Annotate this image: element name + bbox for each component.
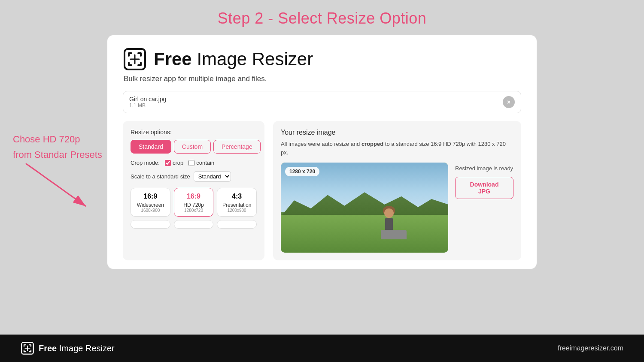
footer-logo-text: Free Image Resizer xyxy=(39,344,115,353)
tile-widescreen-ratio: 16:9 xyxy=(134,193,167,200)
footer-logo-icon xyxy=(21,341,34,355)
file-name: Girl on car.jpg xyxy=(129,96,166,103)
resize-options-label: Resize options: xyxy=(131,129,257,136)
tile-hd720p[interactable]: 16:9 HD 720p 1280x720 xyxy=(174,188,214,217)
tile-hd720p-name: HD 720p xyxy=(177,202,211,208)
tile-row2-col2[interactable] xyxy=(174,220,214,229)
right-panel: Your resize image All images were auto r… xyxy=(273,121,521,260)
contain-label[interactable]: contain xyxy=(188,160,214,166)
person-body xyxy=(385,218,393,231)
tile-presentation-name: Presentation xyxy=(220,202,254,208)
tile-hd720p-dims: 1280x720 xyxy=(177,208,211,213)
scale-select[interactable]: Standard xyxy=(194,171,231,182)
tab-custom[interactable]: Custom xyxy=(174,140,211,154)
annotation-arrow xyxy=(13,163,107,219)
annotation-overlay: Chose HD 720p from Standar Presets xyxy=(13,133,107,221)
contain-checkbox[interactable] xyxy=(188,160,194,166)
crop-label[interactable]: crop xyxy=(165,160,183,166)
image-badge: 1280 x 720 xyxy=(285,167,319,176)
annotation-text-line2: from Standar Presets xyxy=(13,148,107,161)
scene-ground xyxy=(281,215,448,253)
footer-url: freeimageresizer.com xyxy=(558,344,623,352)
result-title: Your resize image xyxy=(281,129,513,136)
two-column-layout: Resize options: Standard Custom Percenta… xyxy=(123,121,521,260)
app-title: Free Image Resizer xyxy=(154,49,313,69)
image-container: 1280 x 720 xyxy=(281,163,448,253)
image-preview-area: 1280 x 720 Resized image is ready Downlo… xyxy=(281,163,513,253)
crop-mode-label: Crop mode: xyxy=(131,160,160,166)
resize-description: All images were auto resize and cropped … xyxy=(281,140,513,157)
file-row: Girl on car.jpg 1.1 MB × xyxy=(123,91,521,113)
right-side-info: Resized image is ready Download JPG xyxy=(455,163,513,199)
crop-mode-row: Crop mode: crop contain xyxy=(131,160,257,166)
size-tiles-grid: 16:9 Widescreen 1600x900 16:9 HD 720p 12… xyxy=(131,188,257,229)
annotation-text-line1: Chose HD 720p xyxy=(13,133,107,146)
file-info: Girl on car.jpg 1.1 MB xyxy=(129,96,166,109)
car-roof xyxy=(381,230,407,239)
tile-hd720p-ratio: 16:9 xyxy=(177,193,211,200)
option-tabs: Standard Custom Percentage xyxy=(131,140,257,154)
tile-widescreen[interactable]: 16:9 Widescreen 1600x900 xyxy=(131,188,170,217)
tab-percentage[interactable]: Percentage xyxy=(213,140,261,154)
step-heading: Step 2 - Select Resize Option xyxy=(0,0,644,27)
ready-label: Resized image is ready xyxy=(455,165,513,172)
tile-row2-col3[interactable] xyxy=(217,220,257,229)
tile-presentation-dims: 1200x900 xyxy=(220,208,254,213)
file-close-button[interactable]: × xyxy=(503,96,515,108)
tile-widescreen-dims: 1600x900 xyxy=(134,208,167,213)
download-button[interactable]: Download JPG xyxy=(455,177,513,199)
app-logo-icon xyxy=(123,47,147,71)
tile-presentation-ratio: 4:3 xyxy=(220,193,254,200)
app-subtitle: Bulk resizer app for multiple image and … xyxy=(124,75,521,83)
tab-standard[interactable]: Standard xyxy=(131,140,171,154)
tile-row2-col1[interactable] xyxy=(131,220,170,229)
scale-row: Scale to a standard size Standard xyxy=(131,171,257,182)
app-header: Free Image Resizer xyxy=(123,47,521,71)
tile-presentation[interactable]: 4:3 Presentation 1200x900 xyxy=(217,188,257,217)
main-card: Free Image Resizer Bulk resizer app for … xyxy=(107,35,537,269)
scene-person xyxy=(381,205,407,239)
scale-label: Scale to a standard size xyxy=(131,173,190,180)
tile-widescreen-name: Widescreen xyxy=(134,202,167,208)
crop-checkbox[interactable] xyxy=(165,160,171,166)
footer-logo: Free Image Resizer xyxy=(21,341,115,355)
file-size: 1.1 MB xyxy=(129,103,166,109)
left-panel: Resize options: Standard Custom Percenta… xyxy=(123,121,264,260)
person-head xyxy=(384,208,394,218)
footer: Free Image Resizer freeimageresizer.com xyxy=(0,335,644,362)
